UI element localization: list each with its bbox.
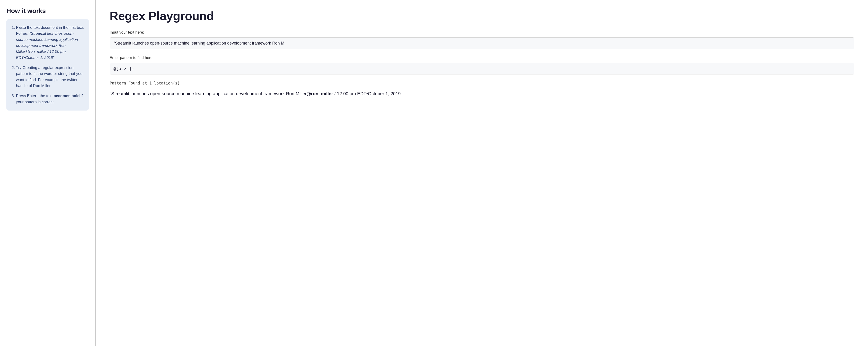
step-2: Try Creating a regular expression patter… xyxy=(16,65,84,89)
sidebar-title: How it works xyxy=(6,7,89,14)
result-prefix: "Streamlit launches open-source machine … xyxy=(110,91,307,96)
main-content: Regex Playground Input your text here: E… xyxy=(96,0,868,346)
steps-list: Paste the text document in the first box… xyxy=(11,25,84,105)
how-it-works-box: Paste the text document in the first box… xyxy=(6,19,89,111)
step-3-bold: becomes bold xyxy=(54,94,80,98)
status-text: Pattern Found at 1 location(s) xyxy=(110,81,854,86)
result-text: "Streamlit launches open-source machine … xyxy=(110,90,854,97)
result-suffix: / 12:00 pm EDT•October 1, 2019" xyxy=(333,91,402,96)
text-input[interactable] xyxy=(110,37,854,49)
step-3: Press Enter - the text becomes bold if y… xyxy=(16,93,84,105)
pattern-input[interactable] xyxy=(110,63,854,74)
pattern-input-label: Enter pattern to find here xyxy=(110,56,854,60)
step-3-text-before: Press Enter - the text xyxy=(16,94,54,98)
step-1: Paste the text document in the first box… xyxy=(16,25,84,61)
step-2-text: Try Creating a regular expression patter… xyxy=(16,66,83,88)
result-bold: @ron_miller xyxy=(307,91,333,96)
page-title: Regex Playground xyxy=(110,9,854,23)
text-input-label: Input your text here: xyxy=(110,30,854,35)
sidebar: How it works Paste the text document in … xyxy=(0,0,96,346)
